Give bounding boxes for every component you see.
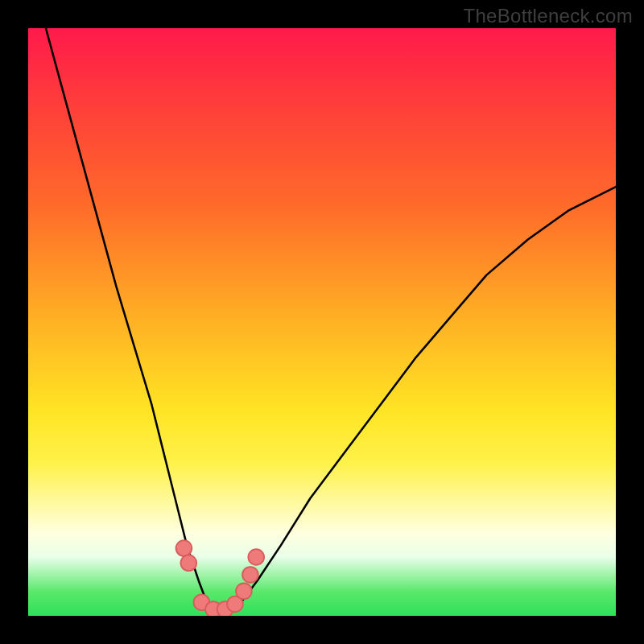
marker-dot	[248, 549, 264, 565]
marker-dot	[176, 540, 192, 556]
marker-dot	[242, 567, 258, 583]
bottleneck-curve	[46, 28, 616, 616]
marker-dot-group	[176, 540, 265, 616]
chart-svg	[28, 28, 616, 616]
plot-area	[28, 28, 616, 616]
watermark-text: TheBottleneck.com	[463, 5, 633, 27]
marker-dot	[236, 583, 252, 599]
chart-frame: TheBottleneck.com	[0, 0, 644, 644]
marker-dot	[180, 555, 196, 571]
